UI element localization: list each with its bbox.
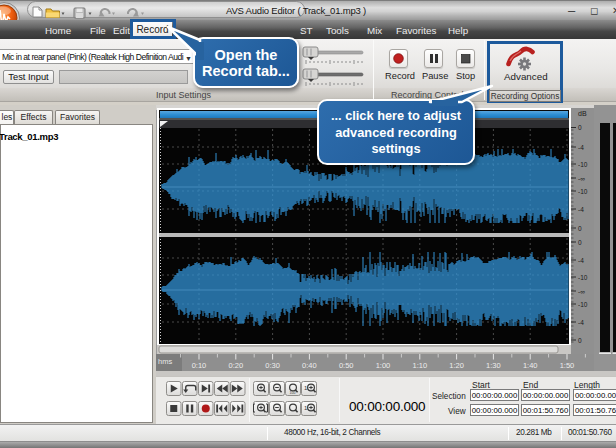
svg-text:0:40: 0:40: [302, 361, 317, 370]
svg-text:100: 100: [290, 391, 296, 395]
svg-text:dB: dB: [578, 110, 587, 117]
svg-text:0:30: 0:30: [265, 361, 280, 370]
svg-text:0: 0: [578, 225, 582, 232]
svg-text:0: 0: [578, 239, 582, 246]
svg-text:0:50: 0:50: [339, 361, 354, 370]
svg-text:1:20: 1:20: [449, 361, 464, 370]
svg-text:-10: -10: [578, 161, 588, 168]
svg-text:1:30: 1:30: [486, 361, 501, 370]
svg-text:1:: 1:: [304, 405, 309, 411]
svg-text:-10: -10: [578, 301, 588, 308]
svg-text:-4: -4: [578, 144, 584, 151]
svg-text:-∞: -∞: [578, 175, 585, 182]
svg-text:-10: -10: [578, 188, 588, 195]
svg-text:1:: 1:: [304, 385, 309, 391]
svg-text:-4: -4: [578, 319, 584, 326]
svg-text:hms: hms: [158, 357, 172, 366]
svg-text:0: 0: [578, 124, 582, 131]
svg-text:-∞: -∞: [578, 288, 585, 295]
svg-text:-4: -4: [578, 206, 584, 213]
svg-text:1:50: 1:50: [560, 361, 575, 370]
svg-text:0:10: 0:10: [192, 361, 207, 370]
svg-text:0: 0: [578, 337, 582, 344]
svg-text:-10: -10: [578, 274, 588, 281]
svg-text:1:10: 1:10: [412, 361, 427, 370]
svg-text:0:20: 0:20: [228, 361, 243, 370]
svg-text:-4: -4: [578, 257, 584, 264]
svg-text:1:00: 1:00: [376, 361, 391, 370]
svg-text:1:40: 1:40: [523, 361, 538, 370]
